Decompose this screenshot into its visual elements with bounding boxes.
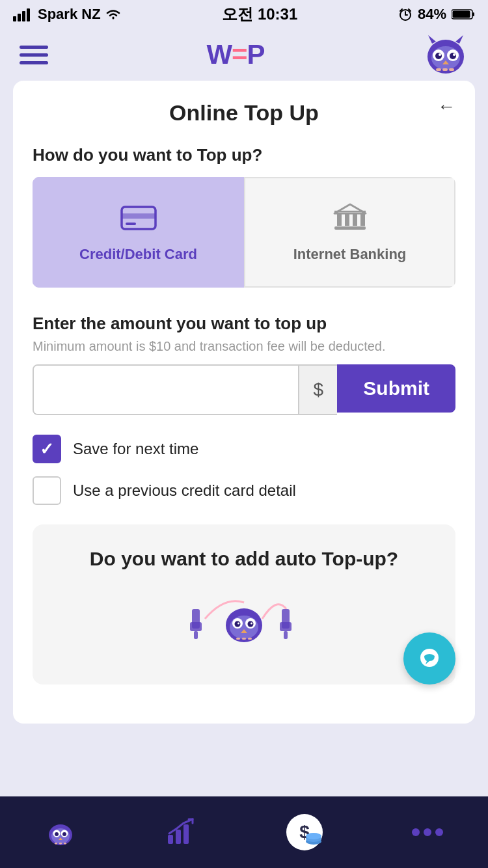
auto-topup-image [52,583,436,661]
svg-point-60 [62,832,66,836]
page-title: Online Top Up [33,100,455,126]
internet-banking-option[interactable]: Internet Banking [244,177,455,288]
svg-point-19 [450,53,456,59]
status-time: 오전 10:31 [222,4,297,25]
svg-rect-24 [442,68,448,71]
amount-hint: Minimum amount is $10 and transaction fe… [33,339,455,354]
svg-point-44 [248,621,254,627]
svg-point-73 [412,828,420,836]
chat-fab[interactable] [403,632,455,685]
save-checkbox-item[interactable]: Save for next time [33,435,455,463]
internet-banking-label: Internet Banking [293,246,407,263]
auto-topup-title: Do you want to add auto Top-up? [52,548,436,570]
save-checkbox[interactable] [33,435,61,463]
nav-home[interactable] [44,815,77,849]
hamburger-menu[interactable] [20,46,48,64]
svg-rect-65 [168,835,173,844]
svg-point-21 [453,53,455,56]
back-button[interactable]: ← [437,96,455,117]
svg-rect-38 [194,631,198,639]
svg-rect-25 [449,68,454,71]
payment-options: Credit/Debit Card Internet Banking [33,177,455,288]
payment-question: How do you want to Top up? [33,145,455,165]
main-card: ← Online Top Up How do you want to Top u… [13,81,475,724]
svg-rect-10 [452,11,470,18]
currency-symbol: $ [298,366,337,414]
svg-rect-11 [472,12,474,16]
svg-rect-32 [353,214,357,226]
credit-card-option[interactable]: Credit/Debit Card [33,177,244,288]
owl-logo [423,32,468,77]
app-header: W=P [0,29,488,81]
amount-input-wrapper: $ [33,364,337,415]
svg-rect-66 [176,830,181,844]
svg-rect-2 [22,11,25,21]
svg-rect-49 [242,638,246,640]
submit-button[interactable]: Submit [337,364,455,413]
credit-card-icon [119,202,158,237]
svg-rect-52 [280,622,291,631]
svg-rect-37 [190,622,202,631]
svg-point-46 [251,623,252,625]
save-checkbox-label: Save for next time [73,440,198,458]
svg-point-20 [439,53,441,56]
nav-stats[interactable] [164,815,198,849]
svg-rect-0 [13,16,16,21]
status-battery: 84% [398,6,475,23]
svg-rect-30 [337,214,342,226]
svg-rect-1 [18,14,21,21]
status-bar: Spark NZ 오전 10:31 84% [0,0,488,29]
svg-point-59 [55,832,59,836]
svg-rect-53 [284,631,288,639]
svg-rect-50 [248,638,252,640]
amount-title: Enter the amount you want to top up [33,314,455,334]
svg-rect-63 [59,843,62,845]
svg-point-74 [424,828,431,836]
svg-point-43 [235,621,241,627]
svg-marker-14 [455,35,463,44]
svg-rect-3 [27,8,30,21]
svg-rect-28 [126,223,136,225]
amount-section: Enter the amount you want to top up Mini… [33,314,455,415]
svg-rect-64 [64,843,66,845]
previous-card-checkbox-item[interactable]: Use a previous credit card detail [33,476,455,505]
bank-icon [331,202,370,237]
app-logo: W=P [206,39,264,70]
svg-rect-27 [122,213,156,219]
svg-rect-34 [334,226,366,230]
svg-rect-31 [345,214,349,226]
svg-point-40 [230,616,258,639]
amount-input[interactable] [34,366,298,414]
svg-point-75 [435,828,443,836]
svg-rect-23 [436,68,441,71]
status-carrier: Spark NZ [13,6,122,23]
svg-rect-48 [236,638,240,640]
svg-point-56 [51,828,70,844]
svg-rect-33 [360,214,365,226]
checkbox-group: Save for next time Use a previous credit… [33,435,455,505]
previous-card-checkbox-label: Use a previous credit card detail [73,481,296,500]
svg-rect-62 [55,843,57,845]
svg-point-72 [306,833,321,839]
nav-wallet[interactable]: $ [285,813,324,852]
credit-card-label: Credit/Debit Card [79,246,197,263]
svg-point-18 [435,53,442,59]
svg-point-45 [237,623,239,625]
auto-topup-section: Do you want to add auto Top-up? [33,524,455,685]
bottom-navigation: $ [0,796,488,868]
amount-row: $ Submit [33,364,455,415]
svg-marker-13 [428,35,436,44]
nav-more[interactable] [411,826,444,839]
svg-rect-67 [183,824,189,844]
previous-card-checkbox[interactable] [33,476,61,505]
